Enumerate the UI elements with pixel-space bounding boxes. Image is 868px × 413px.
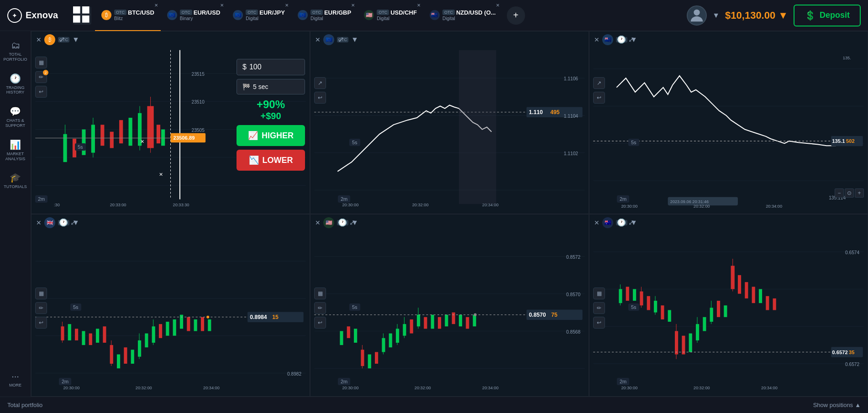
tab-flag-usd-chf: 🇺🇸 [364, 10, 374, 20]
chart-tool-bar[interactable]: ▦ [35, 57, 47, 68]
panel-clock-eur-gbp[interactable]: 🕐 [59, 218, 68, 227]
tab-eur-jpy[interactable]: ✕ 🇪🇺 OTC EUR/JPY Digital [226, 0, 291, 31]
amount-input[interactable]: $ 100 [237, 59, 305, 75]
usd-chf-tool-pencil[interactable]: ✏ [314, 302, 326, 314]
panel-clock-nzd[interactable]: 🕐 [617, 35, 626, 44]
tab-close-eur-jpy[interactable]: ✕ [285, 3, 289, 8]
sidebar-item-tutorials[interactable]: 🎓 TUTORIALS [2, 167, 29, 194]
sidebar-item-chats[interactable]: 💬 CHATS &SUPPORT [2, 101, 29, 133]
eur-usd-tool-undo[interactable]: ↩ [314, 92, 326, 104]
tab-flag-btc: ₿ [101, 10, 111, 20]
sidebar-item-analysis[interactable]: 📊 MARKETANALYSIS [2, 135, 29, 166]
panel-close-nzd-usd[interactable]: ✕ [594, 36, 600, 43]
panel-dropdown-btc[interactable]: ▼ [72, 36, 79, 44]
sidebar-item-portfolio[interactable]: 🗂 TOTALPORTFOLIO [2, 36, 29, 67]
panel-expand-aud-usd[interactable]: ⤢ [628, 218, 634, 227]
tab-eur-gbp[interactable]: ✕ 🇪🇺 OTC EUR/GBP Digital [291, 0, 358, 31]
balance-display[interactable]: $10,130.00 ▼ [725, 10, 788, 21]
panel-clock-aud-usd[interactable]: 🕐 [617, 218, 626, 227]
eur-gbp-interval[interactable]: 5s [70, 303, 81, 311]
aud-usd-tool-pencil[interactable]: ✏ [593, 302, 605, 314]
zoom-plus[interactable]: + [855, 188, 864, 198]
panel-close-eur-usd[interactable]: ✕ [315, 36, 321, 43]
tab-close-usd-chf[interactable]: ✕ [417, 3, 421, 8]
time-icon: 🏁 [242, 83, 250, 90]
svg-rect-132 [417, 314, 420, 326]
nzd-interval[interactable]: 5s [628, 139, 639, 146]
svg-rect-79 [68, 324, 71, 340]
bottom-bar: Total portfolio Show positions ▲ [0, 397, 868, 413]
tab-flag-eur-jpy: 🇪🇺 [233, 10, 243, 20]
tab-close-eur-usd[interactable]: ✕ [220, 3, 224, 8]
svg-rect-168 [668, 310, 671, 322]
nzd-timeframe[interactable]: 2m [617, 195, 629, 203]
aud-usd-tool-undo[interactable]: ↩ [593, 317, 605, 329]
deposit-button[interactable]: 💲 Deposit [794, 5, 861, 26]
tab-btc[interactable]: ✕ ₿ OTC BTC/USD Blitz [95, 0, 161, 31]
tab-close-nzd-usd[interactable]: ✕ [496, 3, 500, 8]
panel-expand-eur-usd[interactable]: ⤢ [338, 35, 344, 44]
chart-tool-undo[interactable]: ↩ [35, 86, 47, 98]
panel-clock-usd-chf[interactable]: 🕐 [338, 218, 347, 227]
chart-tool-pencil[interactable]: ✏ 2 [35, 71, 47, 83]
profit-pct: +90% [237, 98, 305, 111]
zoom-reset[interactable]: ⊙ [845, 188, 854, 198]
panel-expand-eur-gbp[interactable]: ⤢ [70, 218, 76, 227]
tab-nzd-usd[interactable]: ✕ 🇳🇿 OTC NZD/USD (O... Digital [423, 0, 502, 31]
svg-text:23506.89: 23506.89 [174, 135, 195, 141]
eur-usd-timeframe[interactable]: 2m [338, 195, 350, 203]
panel-flag-eur-gbp: 🇬🇧 [44, 217, 55, 228]
higher-button[interactable]: 📈 HIGHER [237, 125, 305, 146]
zoom-minus[interactable]: − [835, 188, 844, 198]
panel-close-eur-gbp[interactable]: ✕ [36, 219, 42, 226]
tab-close-eur-gbp[interactable]: ✕ [351, 3, 355, 8]
tab-close-btc[interactable]: ✕ [154, 3, 158, 8]
usd-chf-tool-undo[interactable]: ↩ [314, 317, 326, 329]
svg-rect-95 [159, 324, 162, 338]
panel-dropdown-eur-usd[interactable]: ▼ [351, 36, 358, 44]
lower-button[interactable]: 📉 LOWER [237, 150, 305, 171]
grid-view-button[interactable] [73, 6, 91, 25]
usd-chf-tool-bar[interactable]: ▦ [314, 288, 326, 299]
time-input[interactable]: 🏁 5 sec [237, 79, 305, 94]
chart-panel-eur-usd: ✕ 🇪🇺 OTC ▼ ⤢ 1.110 495 1.1106 1.1104 1.1… [310, 31, 589, 214]
aud-usd-timeframe[interactable]: 2m [617, 378, 629, 385]
eur-gbp-tool-bar[interactable]: ▦ [35, 288, 47, 299]
avatar-button[interactable] [687, 5, 707, 26]
eur-usd-tool-line[interactable]: ↗ [314, 77, 326, 89]
btc-timeframe-2m[interactable]: 2m [35, 195, 47, 203]
panel-expand-nzd-usd[interactable]: ⤢ [628, 35, 634, 44]
panel-expand-btc[interactable]: ⤢ [59, 35, 65, 44]
nzd-tool-undo[interactable]: ↩ [593, 92, 605, 104]
panel-close-usd-chf[interactable]: ✕ [315, 219, 321, 226]
show-positions-button[interactable]: Show positions ▲ [813, 402, 861, 408]
aud-usd-interval[interactable]: 5s [628, 303, 639, 311]
higher-icon: 📈 [248, 131, 258, 141]
svg-text:2023.09.06 20:31:46: 2023.09.06 20:31:46 [670, 199, 709, 204]
eur-gbp-tool-pencil[interactable]: ✏ [35, 302, 47, 314]
sidebar-label-history: TRADINGHISTORY [6, 85, 25, 95]
usd-chf-interval[interactable]: 5s [349, 303, 360, 311]
aud-usd-tool-bar[interactable]: ▦ [593, 288, 605, 299]
btc-interval-5s[interactable]: 5s [75, 143, 86, 151]
panel-close-btc[interactable]: ✕ [36, 36, 42, 43]
sidebar-item-more[interactable]: ··· MORE [2, 366, 29, 392]
tool-badge-count: 2 [43, 70, 48, 75]
panel-expand-usd-chf[interactable]: ⤢ [349, 218, 355, 227]
tab-eur-usd[interactable]: ✕ 🇪🇺 OTC EUR/USD Binary [161, 0, 227, 31]
svg-rect-140 [466, 317, 469, 329]
sidebar-item-history[interactable]: 🕐 TRADINGHISTORY [2, 68, 29, 100]
usd-chf-timeframe[interactable]: 2m [338, 378, 350, 385]
eur-usd-interval[interactable]: 5s [349, 139, 360, 146]
tab-usd-chf[interactable]: ✕ 🇺🇸 OTC USD/CHF Digital [358, 0, 423, 31]
nzd-tool-line[interactable]: ↗ [593, 77, 605, 89]
panel-close-aud-usd[interactable]: ✕ [594, 219, 600, 226]
svg-rect-89 [131, 350, 134, 364]
svg-rect-87 [117, 354, 120, 368]
svg-rect-81 [82, 331, 85, 345]
eur-gbp-tool-undo[interactable]: ↩ [35, 317, 47, 329]
eur-gbp-timeframe[interactable]: 2m [59, 378, 71, 385]
add-tab-button[interactable]: + [507, 6, 525, 25]
svg-rect-123 [375, 352, 378, 364]
svg-rect-178 [717, 301, 720, 317]
